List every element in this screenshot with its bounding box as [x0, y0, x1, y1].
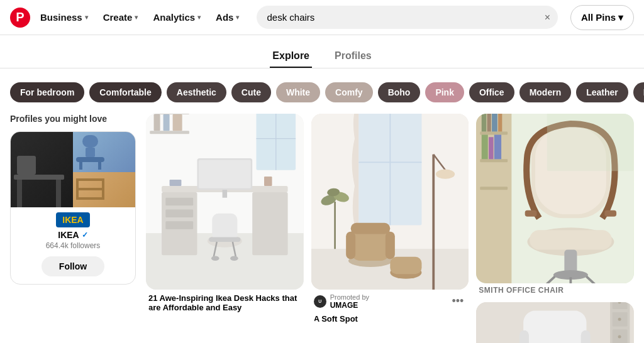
promoter-avatar: U: [314, 295, 326, 308]
pin-image-desk-hacks: [146, 114, 304, 290]
verified-icon: ✓: [82, 231, 88, 239]
svg-rect-52: [385, 232, 394, 259]
pin-image-chair-mat: [476, 302, 634, 343]
ikea-logo-text: IKEA: [56, 212, 89, 227]
search-bar: ×: [257, 6, 558, 29]
svg-rect-71: [482, 114, 487, 131]
pin-card-chair-mat[interactable]: ES Robbins Chair Mat for Flat/Low Pile C…: [476, 302, 634, 343]
chip-for-bedroom[interactable]: For bedroom: [10, 82, 84, 102]
pin-title-soft-spot: A Soft Spot: [311, 314, 469, 324]
filter-chips: For bedroom Comfortable Aesthetic Cute W…: [0, 76, 644, 109]
follow-button[interactable]: Follow: [42, 256, 104, 276]
svg-rect-69: [480, 159, 508, 162]
svg-rect-31: [199, 160, 251, 188]
pin-image-soft-spot: [311, 114, 469, 290]
pin-card-desk-hacks[interactable]: 21 Awe-Inspiring Ikea Desk Hacks that ar…: [146, 114, 304, 312]
svg-rect-68: [480, 131, 508, 134]
svg-rect-24: [212, 214, 237, 241]
svg-rect-0: [14, 175, 64, 180]
chip-office[interactable]: Office: [469, 82, 514, 102]
svg-rect-12: [76, 178, 79, 200]
svg-rect-51: [346, 232, 355, 259]
search-input[interactable]: [257, 6, 558, 29]
pinterest-logo[interactable]: P: [10, 8, 30, 28]
svg-rect-97: [581, 330, 591, 343]
chevron-down-icon: ▾: [135, 14, 138, 21]
svg-rect-84: [565, 249, 577, 273]
svg-rect-75: [482, 134, 488, 159]
pin-title-desk-hacks: 21 Awe-Inspiring Ikea Desk Hacks that ar…: [146, 293, 304, 312]
pin-image-smith-chair: [476, 114, 634, 283]
right-column: SMITH OFFICE CHAIR: [476, 114, 634, 343]
pin-more-options-button[interactable]: •••: [449, 292, 466, 310]
svg-rect-33: [170, 180, 182, 186]
svg-rect-66: [476, 114, 511, 283]
chip-cute[interactable]: Cute: [231, 82, 271, 102]
chip-aesthetic[interactable]: Aesthetic: [167, 82, 226, 102]
svg-rect-9: [76, 178, 104, 181]
profile-image-top-right: [73, 132, 135, 172]
profile-images: [11, 132, 135, 207]
svg-rect-55: [390, 257, 421, 275]
svg-rect-11: [76, 197, 104, 200]
svg-rect-83: [605, 210, 617, 217]
svg-rect-32: [223, 190, 228, 198]
svg-rect-6: [76, 157, 104, 162]
profile-followers-count: 664.4k followers: [11, 241, 135, 250]
svg-rect-73: [492, 114, 497, 131]
svg-rect-92: [547, 114, 634, 171]
pin-card-soft-spot[interactable]: U Promoted by UMAGE ••• A Soft Spot: [311, 114, 469, 324]
chip-kids[interactable]: Kids: [633, 82, 644, 102]
profile-name: IKEA ✓: [11, 230, 135, 240]
svg-rect-3: [17, 156, 36, 175]
svg-rect-34: [264, 177, 272, 186]
svg-rect-20: [165, 210, 193, 218]
business-menu[interactable]: Business ▾: [35, 8, 93, 26]
all-pins-button[interactable]: All Pins ▾: [570, 5, 634, 30]
svg-rect-77: [494, 134, 501, 159]
explore-profiles-tabs: Explore Profiles: [0, 35, 644, 68]
sidebar-title: Profiles you might love: [10, 114, 136, 124]
profile-logo: IKEA: [11, 212, 135, 227]
svg-rect-74: [498, 114, 502, 131]
svg-rect-22: [252, 192, 287, 255]
chip-leather[interactable]: Leather: [576, 82, 628, 102]
svg-rect-39: [150, 131, 189, 134]
chip-boho[interactable]: Boho: [378, 82, 421, 102]
svg-point-58: [436, 170, 455, 179]
promoted-by-label: Promoted by UMAGE: [330, 293, 369, 310]
tab-explore[interactable]: Explore: [270, 45, 312, 68]
chip-comfy[interactable]: Comfy: [325, 82, 373, 102]
chip-white[interactable]: White: [276, 82, 320, 102]
chip-comfortable[interactable]: Comfortable: [89, 82, 161, 102]
svg-point-114: [618, 335, 621, 338]
create-menu[interactable]: Create ▾: [98, 8, 143, 26]
svg-rect-53: [350, 223, 390, 234]
chip-modern[interactable]: Modern: [519, 82, 572, 102]
svg-rect-40: [154, 114, 160, 131]
svg-rect-82: [525, 210, 537, 217]
pin-label-smith-chair: SMITH OFFICE CHAIR: [476, 286, 634, 295]
profile-image-bottom-right: [73, 172, 135, 207]
tab-profiles[interactable]: Profiles: [332, 45, 374, 68]
chip-pink[interactable]: Pink: [425, 82, 464, 102]
svg-rect-41: [164, 114, 170, 131]
profile-card-ikea: IKEA IKEA ✓ 664.4k followers Follow: [10, 131, 136, 285]
svg-rect-13: [102, 178, 104, 200]
chevron-down-icon: ▾: [236, 14, 239, 21]
main-content: Profiles you might love: [0, 109, 644, 343]
svg-point-28: [211, 256, 219, 261]
svg-rect-8: [98, 162, 101, 170]
svg-rect-38: [150, 114, 189, 114]
sidebar: Profiles you might love: [10, 114, 136, 343]
clear-search-icon[interactable]: ×: [545, 12, 550, 23]
analytics-menu[interactable]: Analytics ▾: [148, 8, 206, 26]
chevron-down-icon: ▾: [618, 12, 623, 23]
svg-rect-1: [17, 180, 22, 207]
ads-menu[interactable]: Ads ▾: [211, 8, 244, 26]
svg-rect-96: [519, 330, 529, 343]
svg-point-29: [230, 256, 238, 261]
pin-card-smith-chair[interactable]: SMITH OFFICE CHAIR: [476, 114, 634, 295]
chevron-down-icon: ▾: [197, 14, 201, 21]
chevron-down-icon: ▾: [85, 14, 88, 21]
